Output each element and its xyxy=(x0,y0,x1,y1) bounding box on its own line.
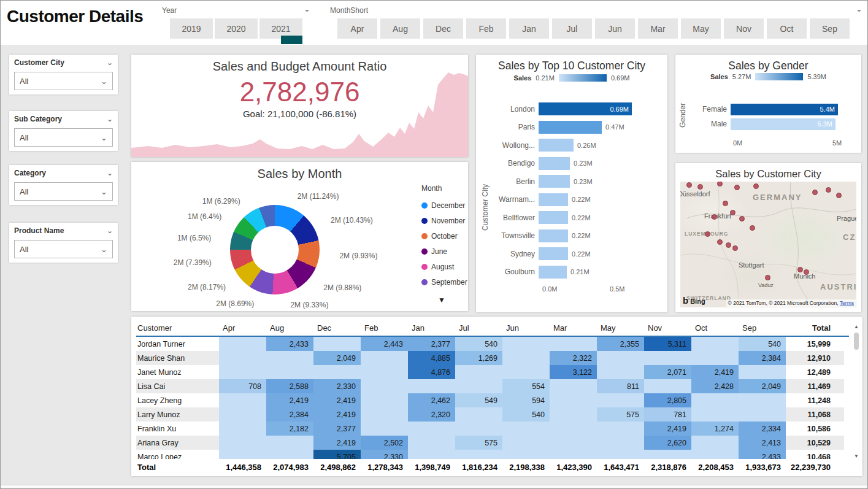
bar[interactable] xyxy=(539,211,568,224)
month-value-cell[interactable]: 2,320 xyxy=(408,407,455,422)
month-value-cell[interactable] xyxy=(550,450,597,459)
month-value-cell[interactable] xyxy=(266,365,313,379)
month-value-cell[interactable]: 2,330 xyxy=(361,450,408,459)
month-value-cell[interactable]: 2,334 xyxy=(739,422,786,436)
month-value-cell[interactable] xyxy=(361,393,408,407)
column-header-customer[interactable]: Customer xyxy=(136,320,219,336)
bar[interactable]: 5.3M xyxy=(731,118,835,130)
table-row[interactable]: Franklin Xu2,1822,3772,4191,2742,33410,5… xyxy=(136,422,849,436)
month-value-cell[interactable]: 2,384 xyxy=(739,351,786,365)
bar[interactable] xyxy=(539,157,570,170)
month-option-jun[interactable]: Jun xyxy=(595,18,635,39)
month-value-cell[interactable]: 2,588 xyxy=(266,379,313,393)
month-value-cell[interactable] xyxy=(691,393,739,407)
month-value-cell[interactable]: 540 xyxy=(502,407,550,422)
map-data-point[interactable] xyxy=(826,187,831,193)
bar[interactable] xyxy=(539,193,568,206)
bar-row-paris[interactable]: Paris0.47M xyxy=(482,118,663,137)
map-data-point[interactable] xyxy=(812,190,818,195)
bottom-scroll-strip[interactable] xyxy=(1,485,867,488)
month-value-cell[interactable] xyxy=(408,379,455,393)
month-value-cell[interactable]: 2,419 xyxy=(644,422,691,436)
month-value-cell[interactable] xyxy=(455,407,502,422)
map-data-point[interactable] xyxy=(739,216,745,221)
terms-link[interactable]: Terms xyxy=(840,300,854,306)
bar-row-male[interactable]: Male5.3M xyxy=(682,117,856,131)
month-value-cell[interactable]: 2,502 xyxy=(361,436,408,450)
filter-dropdown[interactable]: All⌄ xyxy=(14,128,113,147)
month-value-cell[interactable] xyxy=(550,422,597,436)
bar-row-goulburn[interactable]: Goulburn0.21M xyxy=(482,263,663,282)
month-option-may[interactable]: May xyxy=(681,18,721,39)
month-value-cell[interactable] xyxy=(644,450,691,459)
bar-row-bendigo[interactable]: Bendigo0.23M xyxy=(482,155,663,173)
bar-row-sydney[interactable]: Sydney0.22M xyxy=(482,245,663,263)
column-header-apr[interactable]: Apr xyxy=(219,320,266,336)
month-value-cell[interactable]: 2,384 xyxy=(266,407,313,422)
column-header-sep[interactable]: Sep xyxy=(739,320,786,336)
month-value-cell[interactable]: 575 xyxy=(455,436,502,450)
month-value-cell[interactable]: 2,049 xyxy=(739,379,786,393)
map-data-point[interactable] xyxy=(730,210,735,215)
column-header-jul[interactable]: Jul xyxy=(455,320,502,336)
map-data-point[interactable] xyxy=(732,245,738,251)
filter-collapse-icon[interactable]: ⌄ xyxy=(107,226,113,235)
month-value-cell[interactable] xyxy=(219,351,266,365)
month-value-cell[interactable] xyxy=(502,436,550,450)
bar[interactable] xyxy=(539,175,570,188)
filter-dropdown[interactable]: All⌄ xyxy=(14,182,113,201)
month-value-cell[interactable] xyxy=(361,365,408,379)
filter-dropdown[interactable]: All⌄ xyxy=(14,240,113,258)
bar-row-london[interactable]: London0.69M xyxy=(482,100,663,118)
bar[interactable] xyxy=(539,229,568,242)
month-value-cell[interactable]: 549 xyxy=(455,393,502,407)
legend-expand-icon[interactable]: ▼ xyxy=(438,296,445,304)
month-value-cell[interactable]: 2,428 xyxy=(691,379,739,393)
month-value-cell[interactable]: 2,419 xyxy=(266,393,313,407)
column-header-jan[interactable]: Jan xyxy=(408,320,455,336)
map-canvas[interactable]: DüsseldorfGERMANYFrankfurtPragueLUXEMBOU… xyxy=(680,182,856,307)
map-data-point[interactable] xyxy=(705,231,710,237)
month-value-cell[interactable] xyxy=(408,436,455,450)
month-value-cell[interactable] xyxy=(502,422,550,436)
month-value-cell[interactable]: 2,462 xyxy=(408,393,455,407)
month-value-cell[interactable]: 1,269 xyxy=(455,351,502,365)
month-value-cell[interactable] xyxy=(644,379,691,393)
month-value-cell[interactable]: 2,377 xyxy=(313,422,361,436)
legend-item-september[interactable]: September xyxy=(421,274,467,290)
month-value-cell[interactable] xyxy=(597,351,644,365)
month-value-cell[interactable] xyxy=(502,365,550,379)
month-value-cell[interactable]: 781 xyxy=(644,407,691,422)
column-header-aug[interactable]: Aug xyxy=(266,320,313,336)
month-value-cell[interactable]: 2,377 xyxy=(408,337,455,351)
month-value-cell[interactable] xyxy=(219,436,266,450)
month-value-cell[interactable]: 2,443 xyxy=(361,337,408,351)
month-value-cell[interactable] xyxy=(550,379,597,393)
filter-collapse-icon[interactable]: ⌄ xyxy=(107,169,113,177)
month-value-cell[interactable] xyxy=(691,436,739,450)
month-value-cell[interactable]: 2,620 xyxy=(644,436,691,450)
month-value-cell[interactable]: 2,049 xyxy=(313,351,361,365)
map-data-point[interactable] xyxy=(686,182,692,188)
filter-dropdown[interactable]: All⌄ xyxy=(14,72,113,90)
legend-item-december[interactable]: December xyxy=(421,198,467,213)
month-value-cell[interactable]: 2,419 xyxy=(313,436,361,450)
bar[interactable] xyxy=(539,266,567,279)
month-value-cell[interactable]: 2,419 xyxy=(313,407,361,422)
month-value-cell[interactable]: 540 xyxy=(739,337,786,351)
month-value-cell[interactable]: 540 xyxy=(455,337,502,351)
month-value-cell[interactable] xyxy=(219,337,266,351)
month-value-cell[interactable] xyxy=(691,450,739,459)
month-value-cell[interactable] xyxy=(455,365,502,379)
bar-row-berlin[interactable]: Berlin0.23M xyxy=(482,172,663,191)
legend-item-june[interactable]: June xyxy=(421,244,467,259)
column-header-jun[interactable]: Jun xyxy=(502,320,550,336)
bar[interactable]: 5.4M xyxy=(731,104,838,115)
map-data-point[interactable] xyxy=(726,242,731,248)
bar[interactable] xyxy=(539,121,602,134)
month-value-cell[interactable] xyxy=(408,422,455,436)
month-value-cell[interactable]: 5,705 xyxy=(313,450,361,459)
table-row[interactable]: Janet Munoz4,8763,1222,0712,41912,489 xyxy=(136,365,849,379)
month-value-cell[interactable]: 2,182 xyxy=(266,422,313,436)
month-value-cell[interactable] xyxy=(361,351,408,365)
